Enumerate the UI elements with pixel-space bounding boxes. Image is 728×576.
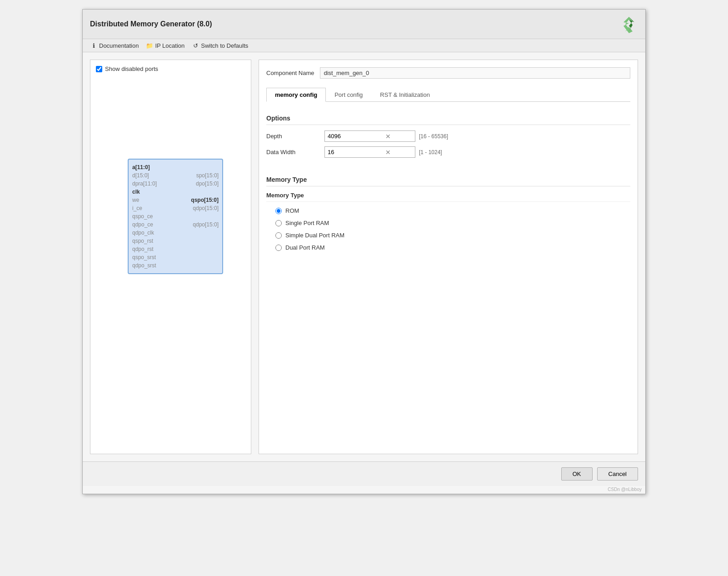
options-title: Options [266, 115, 630, 125]
main-dialog: Distributed Memory Generator (8.0) ℹ Doc… [82, 9, 646, 494]
radio-dual-port-ram[interactable]: Dual Port RAM [275, 244, 630, 251]
tabs-bar: memory config Port config RST & Initiali… [266, 88, 630, 102]
component-name-row: Component Name [266, 67, 630, 79]
port-label-qdpo2: qdpo[15:0] [193, 221, 219, 228]
port-label-qsposrst: qspo_srst [132, 254, 156, 260]
show-ports-checkbox[interactable] [96, 66, 102, 72]
port-label-dpo: dpo[15:0] [196, 180, 219, 187]
port-label-we: we [132, 197, 139, 203]
port-a: a[11:0] [129, 163, 222, 171]
tab-port-config[interactable]: Port config [326, 88, 371, 102]
left-panel: Show disabled ports a[11:0] d[15:0] spo[… [90, 60, 251, 454]
port-label-a: a[11:0] [132, 164, 150, 170]
radio-rom-input[interactable] [275, 208, 282, 214]
radio-dual-port-label: Dual Port RAM [285, 244, 325, 251]
port-qdpoe: qdpo_ce qdpo[15:0] [129, 220, 222, 229]
dialog-title: Distributed Memory Generator (8.0) [90, 20, 212, 28]
options-section: Options Depth ✕ [16 - 65536] Data Width … [266, 115, 630, 167]
port-label-d: d[15:0] [132, 172, 149, 179]
port-label-qspo: qspo[15:0] [191, 197, 219, 203]
port-qsposrst: qspo_srst [129, 253, 222, 261]
port-label-qdpo: qdpo[15:0] [193, 205, 219, 211]
radio-single-port-ram[interactable]: Single Port RAM [275, 220, 630, 226]
port-d: d[15:0] spo[15:0] [129, 171, 222, 180]
port-label-qdposrst: qdpo_srst [132, 262, 156, 269]
component-schematic-box: a[11:0] d[15:0] spo[15:0] dpra[11:0] dpo… [128, 159, 223, 274]
toolbar: ℹ Documentation 📁 IP Location ↺ Switch t… [83, 39, 645, 52]
depth-range: [16 - 65536] [419, 133, 630, 140]
cancel-button[interactable]: Cancel [597, 467, 638, 481]
depth-input[interactable] [325, 131, 384, 141]
show-ports-text: Show disabled ports [105, 65, 158, 72]
switch-defaults-button[interactable]: ↺ Switch to Defaults [192, 42, 248, 49]
memory-type-title: Memory Type [266, 176, 630, 186]
port-qspoe: qspo_ce [129, 212, 222, 220]
port-label-qspoe: qspo_ce [132, 213, 153, 220]
folder-icon: 📁 [146, 42, 153, 49]
port-qsporst: qspo_rst [129, 237, 222, 245]
tab-rst-initialization[interactable]: RST & Initialization [371, 88, 439, 102]
radio-simple-dual-port-ram[interactable]: Simple Dual Port RAM [275, 232, 630, 239]
depth-clear-icon[interactable]: ✕ [384, 132, 392, 140]
dialog-header: Distributed Memory Generator (8.0) [83, 10, 645, 39]
data-width-input[interactable] [325, 147, 384, 157]
port-we: we qspo[15:0] [129, 196, 222, 204]
port-label-dpra: dpra[11:0] [132, 180, 157, 187]
right-panel: Component Name memory config Port config… [259, 60, 638, 454]
port-clk: clk [129, 188, 222, 196]
depth-label: Depth [266, 133, 321, 140]
memory-type-section: Memory Type Memory Type ROM Single Port … [266, 176, 630, 251]
port-qdposrst: qdpo_srst [129, 261, 222, 270]
xilinx-logo [620, 15, 638, 33]
tab-memory-config[interactable]: memory config [266, 88, 326, 102]
radio-rom[interactable]: ROM [275, 207, 630, 214]
component-name-input[interactable] [320, 67, 631, 79]
dialog-footer: OK Cancel [83, 461, 645, 486]
radio-simple-dual-port-input[interactable] [275, 232, 282, 239]
memory-type-radio-group: ROM Single Port RAM Simple Dual Port RAM… [266, 207, 630, 251]
radio-simple-dual-port-label: Simple Dual Port RAM [285, 232, 344, 239]
switch-defaults-label: Switch to Defaults [201, 42, 248, 49]
radio-rom-label: ROM [285, 207, 299, 214]
radio-dual-port-input[interactable] [275, 245, 282, 251]
documentation-label: Documentation [99, 42, 139, 49]
refresh-icon: ↺ [192, 42, 199, 49]
ok-button[interactable]: OK [561, 467, 593, 481]
show-ports-label[interactable]: Show disabled ports [96, 65, 245, 72]
port-label-qdporst: qdpo_rst [132, 246, 154, 252]
data-width-range: [1 - 1024] [419, 149, 630, 155]
port-label-clk: clk [132, 189, 140, 195]
data-width-input-wrap: ✕ [324, 146, 415, 158]
watermark: CSDn @nLibboy [83, 486, 645, 494]
port-dpra: dpra[11:0] dpo[15:0] [129, 180, 222, 188]
data-width-clear-icon[interactable]: ✕ [384, 148, 392, 156]
data-width-label: Data Width [266, 149, 321, 155]
schematic-area: a[11:0] d[15:0] spo[15:0] dpra[11:0] dpo… [96, 77, 245, 422]
radio-single-port-input[interactable] [275, 220, 282, 226]
memory-type-inner-title: Memory Type [266, 192, 630, 202]
ip-location-button[interactable]: 📁 IP Location [146, 42, 184, 49]
port-label-ice: i_ce [132, 205, 142, 211]
options-table: Depth ✕ [16 - 65536] Data Width ✕ [1 - 1… [266, 130, 630, 158]
port-label-qdpoe: qdpo_ce [132, 221, 153, 228]
port-label-spo-right: spo[15:0] [196, 172, 219, 179]
radio-single-port-label: Single Port RAM [285, 220, 329, 226]
port-label-qsporst: qspo_rst [132, 238, 153, 244]
ip-location-label: IP Location [155, 42, 184, 49]
port-label-qdpoclk: qdpo_clk [132, 230, 154, 236]
dialog-body: Show disabled ports a[11:0] d[15:0] spo[… [83, 52, 645, 461]
port-qdporst: qdpo_rst [129, 245, 222, 253]
component-name-label: Component Name [266, 70, 314, 76]
info-icon: ℹ [90, 42, 97, 49]
depth-input-wrap: ✕ [324, 130, 415, 142]
documentation-button[interactable]: ℹ Documentation [90, 42, 139, 49]
port-qdpoclk: qdpo_clk [129, 229, 222, 237]
port-ice: i_ce qdpo[15:0] [129, 204, 222, 212]
